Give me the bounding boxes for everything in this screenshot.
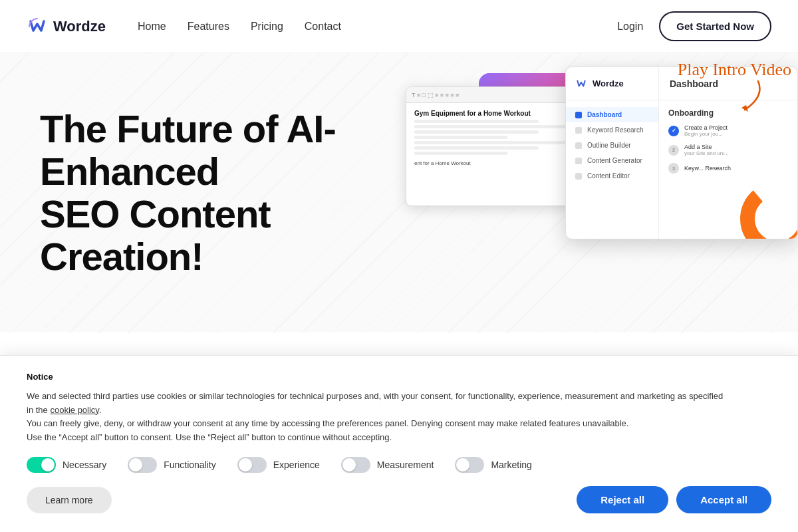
logo[interactable]: Wordze [27, 16, 106, 37]
step-info: Add a Site your Site and uni... [684, 144, 729, 156]
dashboard-logo-icon [575, 78, 587, 90]
play-intro-arrow [725, 80, 765, 113]
toggle-experience: Experience [237, 457, 320, 473]
editor-body: Gym Equipment for a Home Workout ent for… [406, 103, 578, 173]
step-info: Create a Project Begin your jou... [684, 124, 728, 137]
step-todo-icon-2: 3 [668, 163, 679, 174]
toggle-experience-label: Experience [273, 460, 320, 470]
toggle-necessary: Necessary [27, 457, 106, 473]
editor-line [414, 141, 570, 144]
step-keyword-research: 3 Keyw... Research [668, 163, 788, 174]
editor-toolbar: T ≡ □ ⬚ ≡ ≡ ≡ ≡ ≡ [406, 87, 578, 103]
get-started-button[interactable]: Get Started Now [659, 11, 771, 41]
nav-features[interactable]: Features [188, 21, 229, 33]
donut-svg [737, 179, 797, 239]
sidebar-item-dashboard[interactable]: Dashboard [566, 107, 658, 122]
hero-images: Play Intro Video T ≡ □ ⬚ ≡ ≡ ≡ ≡ ≡ Gym E… [386, 53, 798, 332]
toggle-track [237, 457, 267, 473]
keyword-icon [575, 127, 582, 134]
dashboard-sidebar: Dashboard Keyword Research Outline Build… [566, 100, 659, 239]
editor-footer: ent for a Home Workout [414, 160, 570, 166]
editor-line [414, 130, 539, 134]
dashboard-body: Dashboard Keyword Research Outline Build… [566, 100, 797, 239]
accept-all-button[interactable]: Accept all [676, 486, 771, 513]
editor-line [414, 136, 507, 139]
toggle-marketing-label: Marketing [491, 460, 531, 470]
cookie-body: We and selected third parties use cookie… [27, 390, 725, 445]
cookie-action-buttons: Reject all Accept all [577, 486, 771, 513]
toggle-functionality-switch[interactable] [128, 457, 157, 473]
editor-line [414, 146, 539, 150]
toggle-track [128, 457, 157, 473]
login-link[interactable]: Login [617, 21, 643, 33]
outline-icon [575, 142, 582, 149]
dashboard-icon [575, 112, 582, 118]
navbar-right: Login Get Started Now [617, 11, 771, 41]
donut-chart [737, 179, 797, 239]
hero-title: The Future of AI- Enhanced SEO Content C… [40, 108, 412, 277]
step-info: Keyw... Research [684, 165, 731, 172]
nav-home[interactable]: Home [138, 21, 166, 33]
editor-line [414, 125, 570, 128]
cookie-notice-label: Notice [27, 372, 771, 382]
dashboard-main: Onboarding ✓ Create a Project Begin your… [659, 100, 797, 239]
step-done-icon: ✓ [668, 126, 679, 136]
dashboard-brand: Wordze [593, 78, 624, 88]
toggle-functionality: Functionality [128, 457, 216, 473]
editor-line [414, 120, 539, 123]
toggle-experience-switch[interactable] [237, 457, 267, 473]
cookie-policy-link[interactable]: cookie policy [50, 405, 98, 415]
wordze-logo-icon [27, 16, 48, 37]
toggle-functionality-label: Functionality [164, 460, 216, 470]
sidebar-item-outline[interactable]: Outline Builder [566, 138, 658, 153]
dashboard-logo: Wordze [566, 67, 659, 100]
toggle-thumb [456, 458, 469, 471]
sidebar-item-content-editor[interactable]: Content Editor [566, 168, 658, 184]
toggle-thumb [239, 458, 252, 471]
cookie-toggles: Necessary Functionality Experience [27, 457, 771, 473]
cookie-notice: Notice We and selected third parties use… [0, 355, 798, 532]
toggle-necessary-label: Necessary [63, 460, 106, 470]
content-editor-icon [575, 173, 582, 180]
learn-more-button[interactable]: Learn more [27, 487, 112, 513]
toggle-track [27, 457, 56, 473]
toggle-thumb [41, 458, 55, 471]
toggle-measurement: Measurement [341, 457, 434, 473]
step-add-site: 2 Add a Site your Site and uni... [668, 144, 788, 156]
toggle-track [341, 457, 370, 473]
navbar-left: Wordze Home Features Pricing Contact [27, 16, 341, 37]
nav-links: Home Features Pricing Contact [138, 21, 341, 33]
nav-pricing[interactable]: Pricing [251, 21, 283, 33]
editor-line [414, 152, 507, 155]
sidebar-item-keyword[interactable]: Keyword Research [566, 122, 658, 138]
step-todo-icon: 2 [668, 145, 679, 156]
toggle-marketing-switch[interactable] [455, 457, 484, 473]
content-editor-mock: T ≡ □ ⬚ ≡ ≡ ≡ ≡ ≡ Gym Equipment for a Ho… [406, 86, 579, 206]
reject-all-button[interactable]: Reject all [577, 486, 668, 513]
nav-contact[interactable]: Contact [305, 21, 341, 33]
hero-section: The Future of AI- Enhanced SEO Content C… [0, 53, 798, 332]
brand-name: Wordze [53, 18, 106, 35]
hero-text: The Future of AI- Enhanced SEO Content C… [40, 108, 412, 277]
toggle-measurement-switch[interactable] [341, 457, 370, 473]
sidebar-item-content-gen[interactable]: Content Generator [566, 153, 658, 168]
toggle-necessary-switch[interactable] [27, 457, 56, 473]
svg-marker-0 [741, 105, 748, 112]
toggle-thumb [129, 458, 142, 471]
play-intro-label: Play Intro Video [678, 60, 791, 80]
toggle-track [455, 457, 484, 473]
step-create-project: ✓ Create a Project Begin your jou... [668, 124, 788, 137]
toggle-thumb [342, 458, 356, 471]
toggle-marketing: Marketing [455, 457, 531, 473]
editor-title: Gym Equipment for a Home Workout [414, 110, 570, 117]
cookie-buttons-row: Learn more Reject all Accept all [27, 486, 771, 513]
toggle-measurement-label: Measurement [377, 460, 434, 470]
svg-point-1 [747, 189, 797, 239]
content-gen-icon [575, 158, 582, 164]
navbar: Wordze Home Features Pricing Contact Log… [0, 0, 798, 53]
